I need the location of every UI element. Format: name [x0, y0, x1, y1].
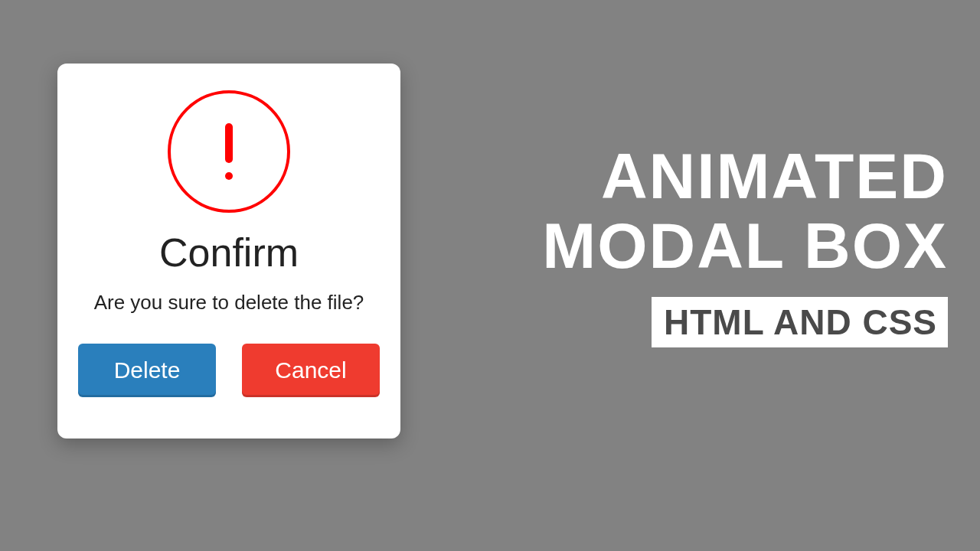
hero-subtitle: HTML AND CSS — [652, 297, 948, 347]
hero-title-block: ANIMATED MODAL BOX HTML AND CSS — [542, 142, 948, 347]
confirm-modal: Confirm Are you sure to delete the file?… — [57, 64, 400, 439]
hero-line-1: ANIMATED — [542, 142, 948, 211]
modal-title: Confirm — [159, 230, 299, 276]
modal-button-row: Delete Cancel — [77, 344, 381, 397]
modal-message: Are you sure to delete the file? — [94, 291, 364, 315]
delete-button[interactable]: Delete — [78, 344, 216, 397]
alert-icon — [168, 90, 290, 213]
cancel-button[interactable]: Cancel — [242, 344, 380, 397]
exclamation-icon — [225, 123, 233, 180]
hero-line-2: MODAL BOX — [542, 211, 948, 281]
